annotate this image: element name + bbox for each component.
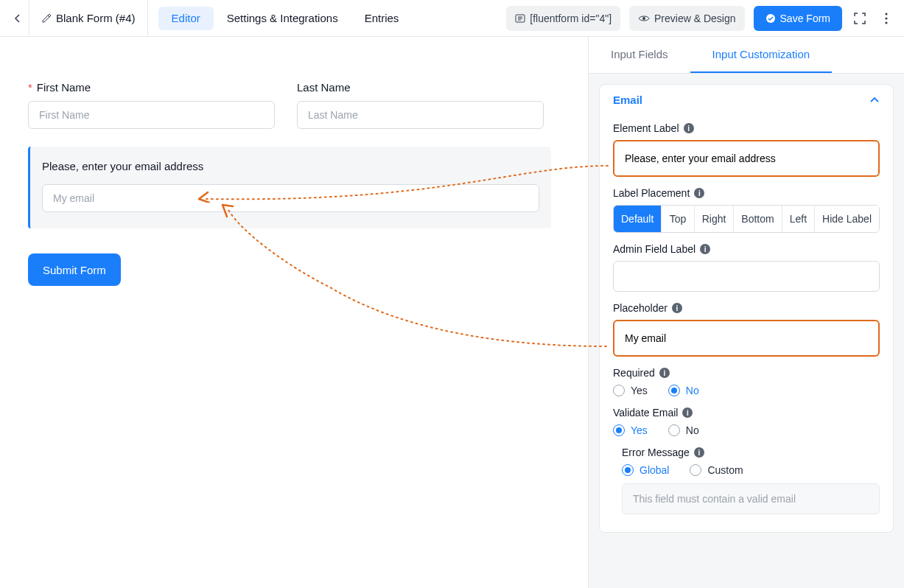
last-name-input[interactable] xyxy=(297,101,544,129)
shortcode-icon xyxy=(515,13,525,24)
required-star: * xyxy=(28,81,32,94)
info-icon[interactable]: i xyxy=(672,303,682,313)
required-yes-label: Yes xyxy=(631,385,648,396)
radio-icon xyxy=(622,464,634,476)
required-title: Required xyxy=(613,367,655,379)
tab-editor[interactable]: Editor xyxy=(158,7,214,30)
admin-label-title-wrap: Admin Field Label i xyxy=(613,243,880,255)
save-label: Save Form xyxy=(780,13,830,24)
group-label-placement: Label Placement i Default Top Right Bott… xyxy=(613,187,880,233)
element-label-title-wrap: Element Label i xyxy=(613,122,880,134)
radio-icon xyxy=(613,424,625,436)
svg-point-4 xyxy=(885,17,887,19)
email-card: Email Element Label i Label Placement xyxy=(599,84,894,533)
submit-button[interactable]: Submit Form xyxy=(28,253,121,286)
required-no-label: No xyxy=(686,385,699,396)
main-layout: *First Name Last Name Please, enter your… xyxy=(0,37,904,588)
error-message-text: This field must contain a valid email xyxy=(622,483,880,514)
expand-button[interactable] xyxy=(851,10,869,27)
tab-entries[interactable]: Entries xyxy=(351,7,413,30)
info-icon[interactable]: i xyxy=(659,368,670,378)
label-placement-segments: Default Top Right Bottom Left Hide Label xyxy=(613,205,880,233)
required-no[interactable]: No xyxy=(668,385,699,396)
seg-hide[interactable]: Hide Label xyxy=(815,206,879,232)
validate-no[interactable]: No xyxy=(668,424,699,436)
info-icon[interactable]: i xyxy=(682,407,693,418)
radio-icon xyxy=(613,385,625,396)
group-admin-label: Admin Field Label i xyxy=(613,243,880,292)
placeholder-input[interactable] xyxy=(613,320,880,357)
error-global-label: Global xyxy=(640,464,669,476)
email-input[interactable] xyxy=(42,184,539,212)
shortcode-text: [fluentform id="4"] xyxy=(530,13,612,24)
chevron-up-icon xyxy=(869,97,880,104)
topbar: Blank Form (#4) Editor Settings & Integr… xyxy=(0,0,904,37)
tab-input-fields[interactable]: Input Fields xyxy=(589,37,690,73)
top-right-actions: [fluentform id="4"] Preview & Design Sav… xyxy=(506,6,898,31)
email-label: Please, enter your email address xyxy=(42,160,539,172)
validate-yes[interactable]: Yes xyxy=(613,424,648,436)
form-title-wrap: Blank Form (#4) xyxy=(29,0,148,36)
seg-right[interactable]: Right xyxy=(695,206,735,232)
admin-label-input[interactable] xyxy=(613,261,880,292)
element-label-input[interactable] xyxy=(613,140,880,177)
group-required: Required i Yes No xyxy=(613,367,880,396)
placeholder-title: Placeholder xyxy=(613,302,668,314)
seg-bottom[interactable]: Bottom xyxy=(734,206,782,232)
seg-left[interactable]: Left xyxy=(782,206,815,232)
form-title[interactable]: Blank Form (#4) xyxy=(56,12,136,24)
required-title-wrap: Required i xyxy=(613,367,880,379)
error-custom[interactable]: Custom xyxy=(690,464,743,476)
error-title: Error Message xyxy=(622,447,690,458)
card-title: Email xyxy=(613,94,642,106)
radio-icon xyxy=(668,385,680,396)
card-header[interactable]: Email xyxy=(600,85,893,115)
selected-email-block[interactable]: Please, enter your email address xyxy=(28,147,551,228)
back-button[interactable] xyxy=(6,0,29,37)
svg-point-5 xyxy=(885,21,887,24)
top-tabs: Editor Settings & Integrations Entries xyxy=(158,0,413,36)
sidebar-tabs: Input Fields Input Customization xyxy=(589,37,904,74)
last-name-field: Last Name xyxy=(297,81,544,129)
chevron-left-icon xyxy=(13,14,22,23)
validate-no-label: No xyxy=(686,424,699,436)
info-icon[interactable]: i xyxy=(700,244,710,254)
info-icon[interactable]: i xyxy=(684,123,694,133)
radio-icon xyxy=(690,464,701,476)
first-name-input[interactable] xyxy=(28,101,275,129)
tab-settings[interactable]: Settings & Integrations xyxy=(214,7,351,30)
element-label-title: Element Label xyxy=(613,122,679,134)
svg-point-1 xyxy=(642,17,645,20)
check-circle-icon xyxy=(765,13,776,24)
preview-label: Preview & Design xyxy=(654,13,736,24)
error-radio-row: Global Custom xyxy=(622,464,880,476)
required-yes[interactable]: Yes xyxy=(613,385,648,396)
name-row: *First Name Last Name xyxy=(28,81,544,129)
error-global[interactable]: Global xyxy=(622,464,669,476)
error-title-wrap: Error Message i xyxy=(622,447,880,458)
expand-icon xyxy=(853,12,866,25)
svg-point-3 xyxy=(885,13,887,15)
first-name-label: First Name xyxy=(37,81,91,94)
seg-top[interactable]: Top xyxy=(662,206,694,232)
eye-icon xyxy=(638,14,650,23)
sidebar: Input Fields Input Customization Email E… xyxy=(589,37,904,588)
save-button[interactable]: Save Form xyxy=(754,6,842,31)
info-icon[interactable]: i xyxy=(694,447,704,458)
form-canvas: *First Name Last Name Please, enter your… xyxy=(0,37,589,588)
preview-button[interactable]: Preview & Design xyxy=(629,6,745,31)
info-icon[interactable]: i xyxy=(694,188,704,198)
group-error-message: Error Message i Global Custom xyxy=(622,447,880,514)
required-radio-row: Yes No xyxy=(613,385,880,396)
more-button[interactable] xyxy=(877,10,895,27)
first-name-label-wrap: *First Name xyxy=(28,81,275,94)
first-name-field: *First Name xyxy=(28,81,275,129)
shortcode-pill[interactable]: [fluentform id="4"] xyxy=(506,6,620,31)
tab-input-customization[interactable]: Input Customization xyxy=(690,37,833,73)
validate-yes-label: Yes xyxy=(631,424,648,436)
seg-default[interactable]: Default xyxy=(614,206,662,232)
admin-label-title: Admin Field Label xyxy=(613,243,695,255)
label-placement-title: Label Placement xyxy=(613,187,690,199)
placeholder-title-wrap: Placeholder i xyxy=(613,302,880,314)
group-validate-email: Validate Email i Yes No xyxy=(613,407,880,436)
